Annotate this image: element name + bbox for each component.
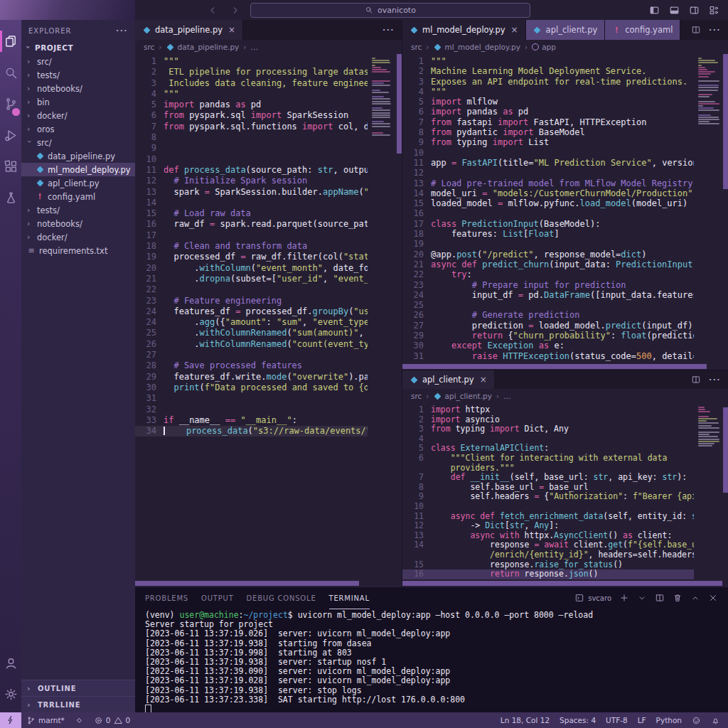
breadcrumb-item[interactable]: src [411,43,422,51]
tree-item-src[interactable]: ›src/ [21,55,135,68]
code-line[interactable]: 15loaded_model = mlflow.pyfunc.load_mode… [402,198,694,208]
code-line[interactable]: 19 [402,239,694,249]
status-item-spaces-4[interactable]: Spaces: 4 [555,716,601,724]
panel-tab-output[interactable]: OUTPUT [201,587,234,609]
activity-settings[interactable] [0,678,21,710]
panel-tab-terminal[interactable]: TERMINAL [329,587,370,609]
tab-config-yaml[interactable]: !config.yaml [605,20,680,40]
code-line[interactable]: 22 [135,284,368,295]
code-line[interactable]: 20 .withColumn("event_month", date_forma… [135,263,368,274]
code-line[interactable]: 19 processed_df = raw_df.filter(col("sta… [135,252,368,262]
code-line[interactable]: 23 # Feature engineering [135,296,368,306]
breadcrumb-item[interactable]: api_client.py [434,392,492,400]
breadcrumb-item[interactable]: app [532,43,556,51]
code-line[interactable]: 5import pandas as pd [135,100,368,110]
horizontal-scrollbar[interactable] [402,581,722,586]
breadcrumb-item[interactable]: src [144,43,154,51]
code-line[interactable]: 24 input_df = pd.DataFrame([input_data.f… [402,290,694,300]
tab-data-pipeline-py[interactable]: data_pipeline.py× [135,20,243,40]
code-line[interactable]: 14 response = await client.get(f"{self.b… [402,540,694,550]
code-line[interactable]: 24 features_df = processed_df.groupBy("u… [135,306,368,317]
code-line[interactable]: 9from typing import List [402,137,694,147]
sidebar-more-icon[interactable]: ··· [116,26,128,36]
code-line[interactable]: 29 return {"churn_probability": float(pr… [402,331,694,341]
minimap[interactable] [698,407,721,446]
more-actions-icon[interactable]: ··· [382,26,395,35]
activity-search[interactable] [0,57,21,88]
code-line[interactable]: 3from typing import Dict, Any [402,424,694,434]
code-line[interactable]: 25 [402,300,694,310]
project-section-header[interactable]: › PROJECT [21,41,135,55]
breadcrumb-item[interactable]: src [411,392,422,400]
code-line[interactable]: 2Machine Learning Model Deployment Servi… [402,66,694,76]
code-line[interactable]: 2 ETL pipeline for processing large data… [135,67,368,77]
tree-item-docker[interactable]: ›docker/ [21,230,135,244]
kill-terminal-icon[interactable] [673,593,682,603]
code-line[interactable]: 3 Includes data cleaning, feature engine… [135,78,368,89]
sidebar-section-trrlline[interactable]: ›TRRLLINE [21,696,135,712]
sidebar-section-outline[interactable]: ›OUTLINE [21,680,135,696]
code-line[interactable]: 30 print(f"Data processed and saved to {… [135,382,368,393]
code-line[interactable]: 26 .withColumnRenamed("count(event_type)… [135,339,368,350]
editor-left-code[interactable]: 1"""2 ETL pipeline for processing large … [135,54,402,587]
code-line[interactable]: 6from pyspark.sql import SparkSession [135,110,368,121]
code-line[interactable]: 13# Load pre-trained model from MLflow M… [402,178,694,188]
minimap[interactable] [698,58,721,124]
code-line[interactable]: 31 [135,393,368,404]
code-line[interactable]: 1import httpx [402,405,694,415]
vertical-scrollbar[interactable] [723,54,728,189]
code-line[interactable]: 2import asyncio [402,415,694,425]
tree-item-apl-client-py[interactable]: apl_client.py [21,176,135,190]
breadcrumb-item[interactable]: data_pipeline.py [166,43,240,51]
problems-item[interactable]: 0 0 [89,712,135,728]
close-icon[interactable]: × [480,375,487,385]
code-line[interactable]: 10 [402,148,694,158]
shell-selector[interactable]: svcaro [574,593,611,603]
status-item-lf[interactable]: LF [633,716,651,724]
tree-item-src[interactable]: ›src/ [21,136,135,149]
tree-item-requirements-txt[interactable]: ≡requirements.txt [21,244,135,257]
code-line[interactable]: 16 return response.json() [402,569,694,579]
horizontal-scrollbar[interactable] [402,364,707,369]
code-line[interactable]: 21async def predict_churn(input_data: Pr… [402,259,694,269]
more-actions-icon[interactable]: ··· [709,375,721,385]
code-line[interactable]: 1""" [402,56,694,66]
code-line[interactable]: 15 response.raise_for_status() [402,560,694,570]
status-item-python[interactable]: Python [651,716,687,724]
activity-source-control[interactable] [0,88,21,119]
git-branch-item[interactable]: marnt* [21,712,70,728]
code-line[interactable]: 21 .dropna(subset=["user_id", "event_typ… [135,274,368,284]
code-line[interactable]: 26 # Generate prediction [402,310,694,320]
code-line[interactable]: 12 [402,168,694,178]
close-icon[interactable]: × [228,25,235,35]
terminal-output[interactable]: (venv) user@machine:~/project$ uvicorn m… [135,609,728,712]
panel-tab-debug-console[interactable]: DEBUG CONSOLE [247,587,316,609]
tree-item-notebooks[interactable]: ›notebooks/ [21,217,135,230]
code-line[interactable]: 24 .agg({"amount": "sum", "event_type": … [135,317,368,328]
code-line[interactable]: 4 [402,434,694,444]
code-line[interactable]: 15 # Load raw data [135,208,368,219]
code-line[interactable]: 20@app.post("/predict", response_model=d… [402,250,694,259]
activity-testing[interactable] [0,182,21,213]
breadcrumb-item[interactable]: … [251,43,259,51]
code-line[interactable]: 18 features: List[Float] [402,229,694,239]
more-actions-icon[interactable]: ··· [709,26,721,35]
status-item-ln-18-col-12[interactable]: Ln 18, Col 12 [496,716,555,724]
code-line[interactable]: 7 def __init__(self, base_url: str, api_… [402,473,694,483]
tree-item-notebooks[interactable]: ›notebooks/ [21,82,135,95]
editor-right-top-code[interactable]: 1"""2Machine Learning Model Deployment S… [402,54,728,370]
panel-tab-problems[interactable]: PROBLEMS [145,587,188,609]
code-line[interactable]: 14 [135,198,368,208]
horizontal-scrollbar[interactable] [135,581,359,586]
code-line[interactable]: 30 except Exception as e: [402,341,694,350]
code-line[interactable]: 11app = FastAPI(title="ML Prediction Ser… [402,158,694,168]
code-line[interactable]: 6 """Client for interacting with externa… [402,454,694,464]
code-line[interactable]: 9 [135,143,368,154]
code-line[interactable]: 13 spark = SparkSession.builder.appName(… [135,187,368,198]
code-line[interactable]: 23 # Prepare input for prediction [402,280,694,290]
customize-layout-icon[interactable] [709,5,719,16]
code-line[interactable]: 10 [135,154,368,165]
code-line[interactable]: 11def process_data(source_path: str, out… [135,165,368,176]
code-line[interactable]: 29 features_df.write.mode("overwrite").p… [135,372,368,382]
forward-arrow-icon[interactable] [230,5,240,16]
